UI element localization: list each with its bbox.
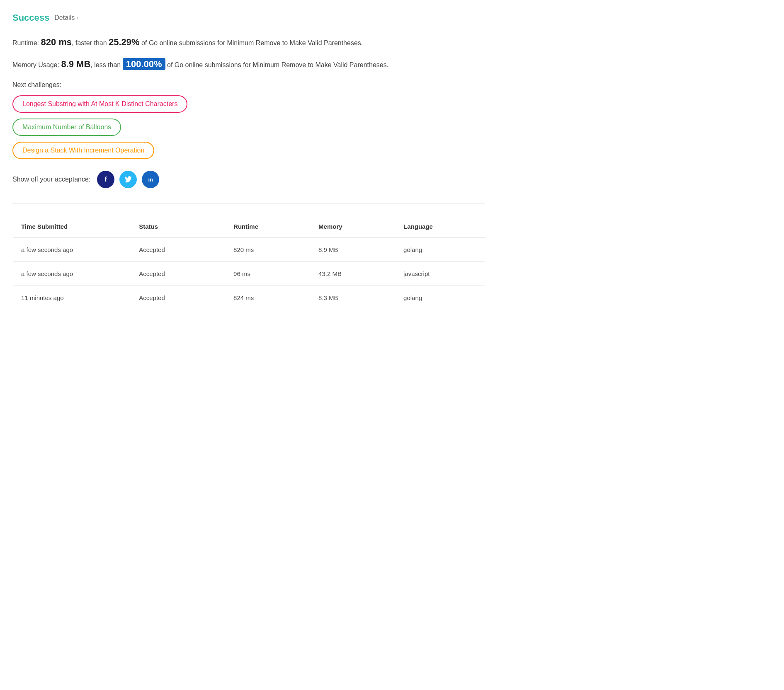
cell-status-1[interactable]: Accepted (131, 262, 225, 286)
table-row: a few seconds ago Accepted 820 ms 8.9 MB… (13, 238, 485, 262)
facebook-icon[interactable]: f (97, 171, 114, 188)
cell-language-0: golang (395, 238, 485, 262)
cell-runtime-2: 824 ms (225, 286, 310, 310)
success-label: Success (12, 12, 49, 23)
challenge-pill-0[interactable]: Longest Substring with At Most K Distinc… (12, 95, 187, 113)
cell-runtime-0: 820 ms (225, 238, 310, 262)
col-header-status: Status (131, 215, 225, 238)
submissions-table: Time Submitted Status Runtime Memory Lan… (12, 215, 485, 310)
chevron-icon: › (77, 15, 79, 21)
table-header-row: Time Submitted Status Runtime Memory Lan… (13, 215, 485, 238)
challenges-list: Longest Substring with At Most K Distinc… (12, 95, 485, 159)
twitter-icon[interactable] (119, 171, 137, 188)
cell-time-2: 11 minutes ago (13, 286, 131, 310)
col-header-language: Language (395, 215, 485, 238)
cell-memory-1: 43.2 MB (310, 262, 395, 286)
col-header-time: Time Submitted (13, 215, 131, 238)
stats-section: Runtime: 820 ms, faster than 25.29% of G… (12, 35, 485, 71)
cell-status-2[interactable]: Accepted (131, 286, 225, 310)
cell-runtime-1: 96 ms (225, 262, 310, 286)
linkedin-icon[interactable]: in (142, 171, 159, 188)
cell-language-2: golang (395, 286, 485, 310)
cell-memory-0: 8.9 MB (310, 238, 395, 262)
cell-status-0[interactable]: Accepted (131, 238, 225, 262)
col-header-memory: Memory (310, 215, 395, 238)
success-header: Success Details › (12, 12, 485, 23)
runtime-stat: Runtime: 820 ms, faster than 25.29% of G… (12, 35, 485, 49)
social-icons: f in (97, 171, 159, 188)
memory-percent-highlight: 100.00% (123, 58, 165, 70)
social-section: Show off your acceptance: f in (12, 171, 485, 188)
next-challenges-label: Next challenges: (12, 81, 485, 89)
challenge-pill-1[interactable]: Maximum Number of Balloons (12, 119, 121, 136)
details-link[interactable]: Details › (54, 14, 78, 22)
cell-time-1: a few seconds ago (13, 262, 131, 286)
col-header-runtime: Runtime (225, 215, 310, 238)
social-label: Show off your acceptance: (12, 176, 90, 183)
table-row: 11 minutes ago Accepted 824 ms 8.3 MB go… (13, 286, 485, 310)
memory-stat: Memory Usage: 8.9 MB, less than 100.00% … (12, 57, 485, 71)
table-row: a few seconds ago Accepted 96 ms 43.2 MB… (13, 262, 485, 286)
cell-memory-2: 8.3 MB (310, 286, 395, 310)
challenge-pill-2[interactable]: Design a Stack With Increment Operation (12, 142, 154, 159)
section-divider (12, 203, 485, 203)
cell-language-1: javascript (395, 262, 485, 286)
cell-time-0: a few seconds ago (13, 238, 131, 262)
